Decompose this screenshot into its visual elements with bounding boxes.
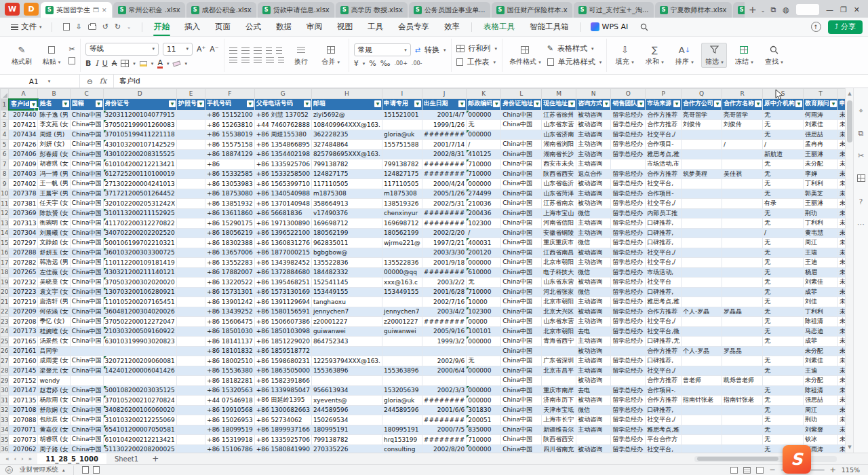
cell[interactable]: 2000/7/5 <box>422 425 466 435</box>
cell[interactable] <box>177 405 205 415</box>
cell[interactable] <box>722 159 763 170</box>
cell[interactable]: 370503200302020020 <box>103 278 177 288</box>
cell[interactable]: 未分配 <box>838 317 845 327</box>
filter-dropdown-icon[interactable]: ▼ <box>62 100 69 107</box>
cell[interactable]: 内部员工推 <box>646 208 682 218</box>
cell[interactable]: 未分配 <box>838 326 845 337</box>
filter-dropdown-icon[interactable]: ▼ <box>830 100 837 107</box>
prev-sheet-icon[interactable]: ‹ <box>14 455 17 462</box>
cell[interactable]: China中国 <box>70 179 103 189</box>
cell[interactable]: 荆玏 <box>804 415 838 425</box>
cell[interactable]: 未分配 <box>838 130 845 140</box>
cell[interactable]: China中国 <box>501 435 542 445</box>
cell[interactable] <box>177 130 205 140</box>
cell[interactable]: 117110505 <box>382 179 422 189</box>
cell[interactable]: +86 1354866895 <box>254 140 311 150</box>
cell[interactable]: 710000 <box>467 435 501 445</box>
cell[interactable]: 被动咨询 <box>576 248 611 258</box>
zoom-in-icon[interactable]: + <box>830 466 836 474</box>
cell[interactable]: 无 <box>763 189 804 199</box>
cell[interactable]: 未分配 <box>838 208 845 218</box>
cell[interactable]: 留学总经办 <box>611 199 646 209</box>
table-header-cell[interactable]: 邮政编码▼ <box>467 99 501 111</box>
cell[interactable]: 马恋迪 <box>804 326 838 337</box>
cell[interactable]: 000000 <box>467 179 501 189</box>
cell[interactable]: 207208 <box>9 317 38 327</box>
cell[interactable]: 电子科技大 <box>542 267 576 278</box>
sum-button[interactable]: ∑ 求和 ▾ <box>642 43 667 68</box>
cell[interactable] <box>682 337 722 347</box>
row-header-14[interactable]: 14 <box>1 228 9 238</box>
cell[interactable]: 主动咨询 <box>576 149 611 159</box>
cell[interactable]: 207440 <box>9 110 38 120</box>
cell[interactable]: 500108200203035125 <box>103 385 177 396</box>
cell[interactable]: 被动咨询 <box>576 110 611 120</box>
cell[interactable] <box>467 376 501 386</box>
cell[interactable]: 2002/3/3 <box>422 385 466 396</box>
cell[interactable]: +86 1354402198 <box>254 149 311 159</box>
cell[interactable]: 未分配 <box>838 396 845 406</box>
upload-icon[interactable]: ↑ <box>811 22 821 32</box>
cell[interactable]: 孟冉冉 <box>804 140 838 150</box>
align-middle-icon[interactable] <box>241 48 250 54</box>
cell[interactable]: 口碑推荐,无 <box>646 337 682 347</box>
cell[interactable]: 微信 <box>576 405 611 415</box>
cell[interactable]: 未分配 <box>838 258 845 268</box>
cell[interactable] <box>722 130 763 140</box>
cell[interactable] <box>177 199 205 209</box>
cell[interactable]: 207381 <box>9 199 38 209</box>
cell[interactable]: China中国 <box>501 248 542 258</box>
table-header-cell[interactable]: 手机号码▼ <box>205 99 255 111</box>
cell[interactable]: 被动咨询 <box>576 307 611 317</box>
cell[interactable]: / <box>722 140 763 150</box>
cell[interactable]: 陕西省西安 <box>542 435 576 445</box>
cell[interactable]: 710000 <box>467 159 501 170</box>
cell[interactable] <box>177 140 205 150</box>
cell[interactable]: +86 <box>205 159 255 170</box>
cell[interactable]: ######## <box>422 218 466 229</box>
cell[interactable]: 社交平台,/ <box>646 415 682 425</box>
cell[interactable]: +86 1850103098 <box>254 326 311 337</box>
cell[interactable]: 微信 <box>576 287 611 297</box>
decrease-decimal-icon[interactable]: .00- <box>412 60 422 66</box>
document-tab[interactable]: S可过_支付宝+_淘... <box>574 2 654 18</box>
cell[interactable]: 122593794XXX@163. <box>311 356 382 366</box>
cell[interactable]: 周江 <box>804 238 838 248</box>
cell[interactable]: 未分配 <box>838 120 845 130</box>
cell[interactable] <box>682 189 722 199</box>
cell[interactable] <box>177 238 205 248</box>
cell[interactable] <box>382 248 422 258</box>
cell[interactable]: 未分配 <box>838 278 845 288</box>
cell[interactable]: 河南省信阳 <box>542 218 576 229</box>
cell[interactable]: +86 13901242 <box>205 297 255 307</box>
cell[interactable]: 207135 <box>9 396 38 406</box>
cell[interactable]: +86 1370140948 <box>254 199 311 209</box>
cell[interactable]: 500106199702210321 <box>103 238 177 248</box>
cell[interactable]: 留学总经办 <box>611 218 646 229</box>
column-header-C[interactable]: C <box>70 89 103 99</box>
cell[interactable]: +86 1565399710 <box>254 179 311 189</box>
cell[interactable]: 主动咨询 <box>576 140 611 150</box>
cell[interactable]: 155363896 <box>311 366 382 376</box>
cell[interactable]: 未分配 <box>838 267 845 278</box>
cell[interactable] <box>177 425 205 435</box>
cell[interactable]: 留学总经办 <box>611 435 646 445</box>
document-tab[interactable]: S英国留学生🗖✕ <box>41 2 112 18</box>
cell[interactable]: China中国 <box>501 149 542 159</box>
cell[interactable]: +86 周煜155380 <box>254 130 311 140</box>
cell[interactable]: China中国 <box>70 425 103 435</box>
column-header-M[interactable]: M <box>542 89 576 99</box>
cell[interactable]: China中国 <box>501 337 542 347</box>
cell[interactable]: 360103200303300725 <box>103 248 177 258</box>
decrease-indent-icon[interactable] <box>266 48 272 54</box>
cell[interactable]: 指南针张老 <box>722 396 763 406</box>
cell[interactable]: 无 <box>763 326 804 337</box>
cell[interactable]: 511302200208200025 <box>103 444 177 453</box>
cell[interactable]: 山东省东营 <box>542 317 576 327</box>
cell[interactable] <box>177 248 205 258</box>
cell[interactable]: 留学总经办 <box>611 444 646 453</box>
cell[interactable] <box>382 120 422 130</box>
cell[interactable]: wendy <box>38 376 70 386</box>
cell[interactable]: +86 18141137 <box>205 337 255 347</box>
cell[interactable]: 青海省西宁 <box>542 337 576 347</box>
